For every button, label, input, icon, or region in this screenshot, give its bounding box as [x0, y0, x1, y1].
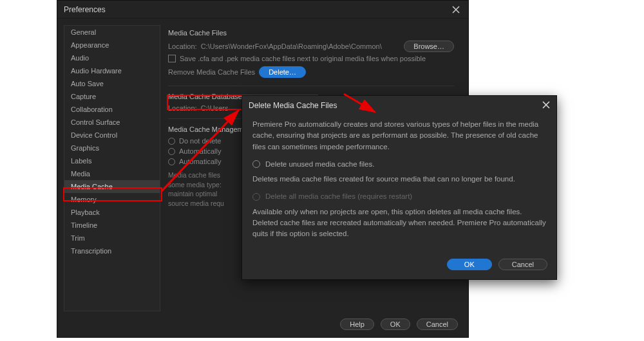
sidebar-item-collaboration[interactable]: Collaboration [64, 103, 160, 116]
mcm-opt2-label: Automatically [179, 147, 221, 155]
close-icon[interactable] [450, 4, 462, 15]
dialog-ok-button[interactable]: OK [447, 259, 492, 270]
checkbox-icon[interactable] [168, 55, 176, 62]
radio-icon[interactable] [252, 160, 260, 168]
help-button[interactable]: Help [340, 318, 374, 330]
mcd-location-label: Location: [168, 104, 197, 112]
delete-button[interactable]: Delete… [259, 66, 306, 78]
mcf-location-row: Location: C:\Users\WonderFox\AppData\Roa… [168, 41, 454, 52]
dialog-opt2-label: Delete all media cache files (requires r… [265, 191, 412, 202]
divider [168, 86, 454, 86]
dialog-titlebar: Delete Media Cache Files [242, 96, 556, 115]
sidebar-item-device-control[interactable]: Device Control [64, 129, 160, 142]
sidebar-item-transcription[interactable]: Transcription [64, 244, 160, 257]
sidebar-item-memory[interactable]: Memory [64, 193, 160, 206]
mcm-opt3-label: Automatically [179, 158, 221, 165]
preferences-title: Preferences [64, 5, 450, 14]
preferences-footer: Help OK Cancel [57, 311, 468, 337]
sidebar-item-capture[interactable]: Capture [64, 90, 160, 103]
sidebar-item-graphics[interactable]: Graphics [64, 142, 160, 154]
mcf-location-value: C:\Users\WonderFox\AppData\Roaming\Adobe… [201, 42, 401, 50]
mcf-location-label: Location: [168, 42, 197, 50]
preferences-sidebar: GeneralAppearanceAudioAudio HardwareAuto… [64, 25, 160, 311]
browse-button[interactable]: Browse… [404, 41, 454, 52]
sidebar-item-timeline[interactable]: Timeline [64, 219, 160, 232]
dialog-opt1-label: Delete unused media cache files. [265, 159, 374, 170]
sidebar-item-general[interactable]: General [64, 26, 160, 39]
sidebar-item-trim[interactable]: Trim [64, 232, 160, 244]
mcf-save-next-label: Save .cfa and .pek media cache files nex… [180, 55, 426, 62]
sidebar-item-auto-save[interactable]: Auto Save [64, 77, 160, 90]
radio-icon[interactable] [168, 148, 175, 155]
mcf-remove-label: Remove Media Cache Files [168, 68, 255, 76]
dialog-body: Premiere Pro automatically creates and s… [242, 115, 556, 253]
dialog-footer: OK Cancel [242, 253, 556, 279]
dialog-opt1[interactable]: Delete unused media cache files. [252, 159, 546, 170]
sidebar-item-control-surface[interactable]: Control Surface [64, 116, 160, 129]
radio-icon[interactable] [168, 138, 175, 145]
delete-media-cache-dialog: Delete Media Cache Files Premiere Pro au… [242, 95, 557, 280]
mcm-opt1-label: Do not delete [179, 137, 221, 145]
close-icon[interactable] [542, 101, 550, 111]
dialog-opt2-desc: Available only when no projects are open… [252, 207, 546, 240]
dialog-opt2: Delete all media cache files (requires r… [252, 191, 546, 202]
dialog-cancel-button[interactable]: Cancel [498, 259, 547, 270]
dialog-opt1-desc: Deletes media cache files created for so… [252, 174, 546, 185]
sidebar-item-media[interactable]: Media [64, 167, 160, 180]
dialog-intro: Premiere Pro automatically creates and s… [252, 119, 546, 152]
section-media-cache-files: Media Cache Files [168, 29, 454, 37]
preferences-titlebar: Preferences [57, 1, 468, 19]
mcf-save-next-row[interactable]: Save .cfa and .pek media cache files nex… [168, 55, 454, 62]
sidebar-item-playback[interactable]: Playback [64, 206, 160, 219]
sidebar-item-labels[interactable]: Labels [64, 154, 160, 167]
radio-icon[interactable] [168, 158, 175, 165]
cancel-button[interactable]: Cancel [417, 318, 458, 330]
radio-icon [252, 193, 260, 201]
ok-button[interactable]: OK [381, 318, 410, 330]
dialog-title: Delete Media Cache Files [249, 101, 337, 110]
mcf-remove-row: Remove Media Cache Files Delete… [168, 65, 454, 79]
sidebar-item-audio-hardware[interactable]: Audio Hardware [64, 64, 160, 77]
sidebar-item-appearance[interactable]: Appearance [64, 39, 160, 51]
sidebar-item-audio[interactable]: Audio [64, 51, 160, 64]
sidebar-item-media-cache[interactable]: Media Cache [64, 180, 160, 193]
